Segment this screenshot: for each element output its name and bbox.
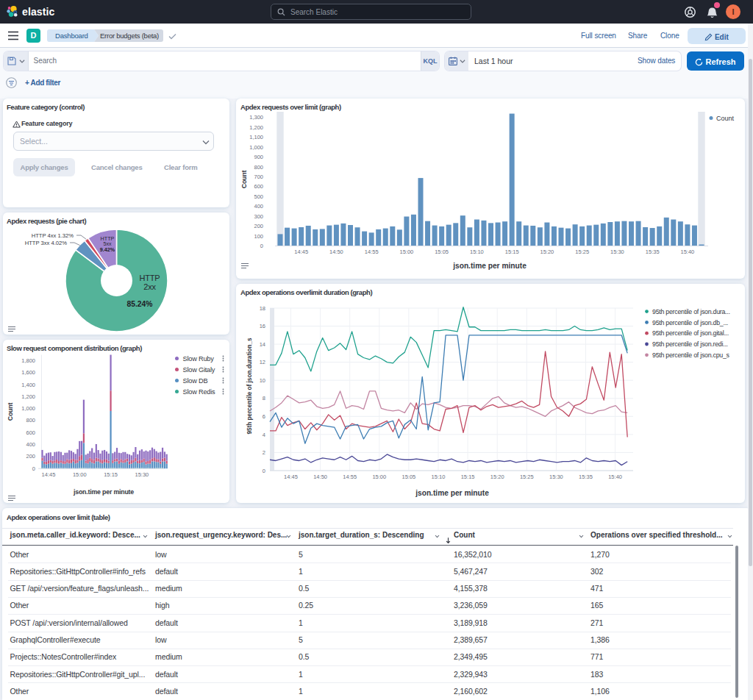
svg-text:700: 700 <box>254 174 263 180</box>
svg-text:1,600: 1,600 <box>21 369 35 376</box>
svg-text:15:00: 15:00 <box>73 471 87 478</box>
svg-text:6: 6 <box>263 413 265 420</box>
svg-text:Count: Count <box>240 171 248 189</box>
svg-text:json.time per minute: json.time per minute <box>73 488 134 496</box>
svg-text:14:45: 14:45 <box>294 249 308 255</box>
svg-text:15:10: 15:10 <box>432 474 446 480</box>
svg-text:14:50: 14:50 <box>313 474 327 480</box>
svg-text:95th percentile of json.gital.: 95th percentile of json.gital... <box>652 329 729 337</box>
svg-text:15:15: 15:15 <box>461 474 475 480</box>
svg-text:14:50: 14:50 <box>329 249 343 255</box>
svg-text:400: 400 <box>254 203 263 210</box>
svg-text:800: 800 <box>254 164 263 171</box>
svg-text:15:25: 15:25 <box>575 249 589 255</box>
svg-text:json.time per minute: json.time per minute <box>415 489 489 497</box>
svg-text:15:30: 15:30 <box>135 471 149 478</box>
svg-text:14:55: 14:55 <box>343 474 357 480</box>
svg-text:14:45: 14:45 <box>284 474 298 480</box>
svg-text:15:15: 15:15 <box>104 471 118 478</box>
svg-text:900: 900 <box>254 154 263 160</box>
svg-text:100: 100 <box>254 233 263 240</box>
svg-text:HTTP 4xx 1.32%: HTTP 4xx 1.32% <box>32 232 74 239</box>
svg-text:4: 4 <box>263 432 265 438</box>
svg-text:600: 600 <box>254 183 263 190</box>
svg-text:18: 18 <box>260 305 265 312</box>
svg-text:Count: Count <box>716 115 735 122</box>
svg-text:15:20: 15:20 <box>540 249 554 255</box>
svg-text:1,200: 1,200 <box>21 393 35 400</box>
svg-text:1,000: 1,000 <box>21 405 35 412</box>
svg-text:Slow Ruby: Slow Ruby <box>183 355 215 362</box>
svg-text:Slow Gitaly: Slow Gitaly <box>183 366 215 374</box>
svg-text:95th percentile of json.cpu_s: 95th percentile of json.cpu_s <box>652 351 730 359</box>
svg-text:15:30: 15:30 <box>549 474 563 480</box>
svg-text:15:35: 15:35 <box>646 249 660 255</box>
svg-text:1,000: 1,000 <box>249 144 263 151</box>
svg-text:HTTP: HTTP <box>140 274 160 282</box>
svg-text:95th percentile of json.redi..: 95th percentile of json.redi... <box>652 340 728 348</box>
svg-text:Slow Redis: Slow Redis <box>183 388 216 396</box>
svg-text:15:15: 15:15 <box>505 249 519 255</box>
svg-text:400: 400 <box>26 441 35 448</box>
svg-text:HTTP 3xx 4.02%: HTTP 3xx 4.02% <box>25 240 68 246</box>
svg-text:16: 16 <box>260 323 265 329</box>
svg-text:200: 200 <box>254 223 263 229</box>
svg-text:15:40: 15:40 <box>681 249 695 255</box>
svg-text:10: 10 <box>260 377 265 384</box>
svg-text:0: 0 <box>263 468 265 474</box>
svg-text:14: 14 <box>260 341 265 348</box>
svg-text:Slow DB: Slow DB <box>183 377 208 385</box>
svg-text:0: 0 <box>260 243 263 249</box>
svg-text:15:00: 15:00 <box>400 249 414 255</box>
svg-text:14:55: 14:55 <box>365 249 379 255</box>
svg-text:15:10: 15:10 <box>470 249 484 255</box>
svg-text:15:35: 15:35 <box>579 474 593 480</box>
svg-text:2xx: 2xx <box>143 282 156 291</box>
svg-text:0: 0 <box>32 465 35 472</box>
svg-text:800: 800 <box>26 417 35 424</box>
svg-text:600: 600 <box>26 429 35 436</box>
svg-text:15:05: 15:05 <box>435 249 449 255</box>
svg-text:95th percentile of json.db_...: 95th percentile of json.db_... <box>652 319 728 326</box>
svg-text:15:00: 15:00 <box>372 474 386 480</box>
svg-text:1,800: 1,800 <box>21 357 35 364</box>
svg-text:300: 300 <box>254 213 263 220</box>
svg-text:2: 2 <box>263 449 265 456</box>
svg-text:15:20: 15:20 <box>490 474 504 480</box>
svg-text:9.42%: 9.42% <box>100 246 115 253</box>
svg-text:14:45: 14:45 <box>42 471 56 478</box>
svg-text:15:25: 15:25 <box>520 474 534 480</box>
svg-text:12: 12 <box>260 359 265 365</box>
svg-text:500: 500 <box>254 193 263 200</box>
svg-text:1,400: 1,400 <box>21 382 35 388</box>
svg-text:95th percentile of json.dura..: 95th percentile of json.dura... <box>652 308 730 315</box>
svg-text:15:30: 15:30 <box>610 249 624 255</box>
svg-text:1,300: 1,300 <box>249 114 263 121</box>
svg-text:Count: Count <box>7 403 14 421</box>
svg-text:8: 8 <box>263 395 265 401</box>
svg-text:200: 200 <box>26 453 35 460</box>
svg-text:15:05: 15:05 <box>402 474 416 480</box>
svg-text:85.24%: 85.24% <box>127 300 153 308</box>
svg-text:json.time per minute: json.time per minute <box>452 262 527 270</box>
svg-text:1,200: 1,200 <box>249 124 263 131</box>
svg-text:95th percentile of json.durati: 95th percentile of json.duration_s <box>246 338 253 434</box>
svg-text:15:40: 15:40 <box>608 474 622 480</box>
svg-text:1,100: 1,100 <box>249 134 263 140</box>
